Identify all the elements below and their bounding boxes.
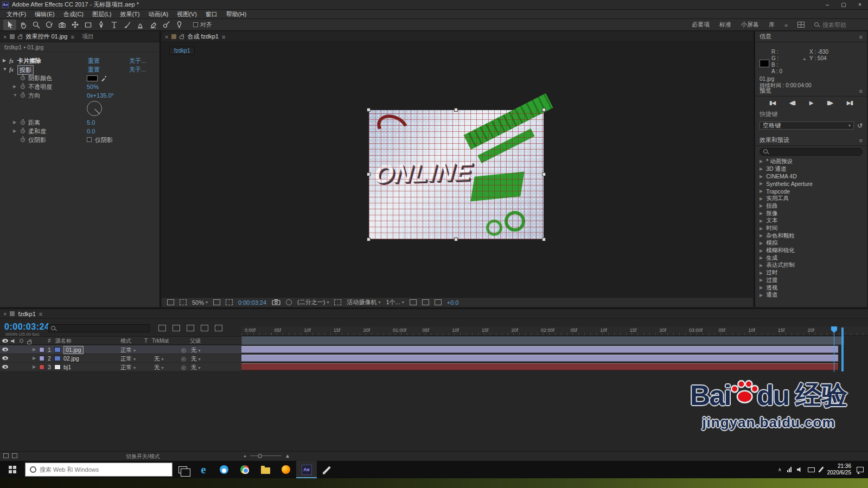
layer-expander-icon[interactable]: ▶ bbox=[33, 345, 36, 354]
parent-select[interactable]: 无▾ bbox=[191, 363, 201, 373]
preset-category[interactable]: ▶过时 bbox=[755, 269, 867, 277]
panel-close-icon[interactable]: × bbox=[3, 34, 7, 40]
workspace-grid-icon[interactable] bbox=[797, 22, 805, 28]
puppet-pin-tool[interactable] bbox=[173, 20, 186, 30]
qq-app-icon[interactable] bbox=[214, 461, 234, 478]
panel-menu-icon[interactable]: ≡ bbox=[222, 34, 225, 40]
start-button[interactable] bbox=[0, 461, 25, 478]
preset-category[interactable]: ▶Trapcode bbox=[755, 188, 867, 195]
fx-badge[interactable]: fx bbox=[9, 65, 14, 74]
hand-tool[interactable] bbox=[16, 20, 29, 30]
show-channels-icon[interactable] bbox=[286, 299, 292, 305]
stopwatch-icon[interactable] bbox=[21, 120, 25, 125]
selection-handle[interactable] bbox=[454, 108, 458, 112]
selection-handle[interactable] bbox=[542, 172, 546, 176]
selection-handle[interactable] bbox=[454, 237, 458, 241]
shadow-color-swatch[interactable] bbox=[87, 75, 98, 81]
mask-visibility-icon[interactable] bbox=[226, 299, 233, 305]
resolution-select[interactable]: (二分之一)▾ bbox=[297, 298, 329, 306]
time-ruler[interactable]: 0:00f05f10f15f20f01:00f05f10f15f20f02:00… bbox=[241, 326, 868, 336]
menu-item[interactable]: 窗口 bbox=[201, 10, 222, 18]
menu-item[interactable]: 合成(C) bbox=[59, 10, 88, 18]
edge-app-icon[interactable]: e bbox=[193, 461, 214, 478]
draft-3d-icon[interactable] bbox=[173, 325, 180, 331]
task-view-button[interactable] bbox=[173, 461, 193, 478]
tab-effect-controls[interactable]: 效果控件 01.jpg bbox=[25, 33, 67, 41]
pen-input-icon[interactable] bbox=[818, 466, 824, 472]
ruler-grid-icon[interactable] bbox=[213, 299, 220, 305]
menu-item[interactable]: 效果(T) bbox=[116, 10, 144, 18]
preset-category[interactable]: ▶透视 bbox=[755, 284, 867, 292]
tray-chevron-icon[interactable]: ∧ bbox=[778, 467, 782, 472]
layer-expander-icon[interactable]: ▶ bbox=[33, 354, 36, 363]
toggle-switches-modes-button[interactable]: 切换开关/模式 bbox=[126, 453, 160, 460]
preset-category[interactable]: ▶扭曲 bbox=[755, 202, 867, 210]
selection-handle[interactable] bbox=[367, 108, 371, 112]
timeline-comp-tab[interactable]: fzdkp1 bbox=[18, 311, 35, 317]
layer-label-chip[interactable] bbox=[39, 347, 44, 352]
panel-menu-icon[interactable]: ≡ bbox=[859, 88, 863, 94]
layer-duration-bar[interactable] bbox=[241, 346, 838, 353]
expander-icon[interactable]: ▶ bbox=[13, 118, 16, 127]
type-tool[interactable] bbox=[107, 20, 120, 30]
preset-category[interactable]: ▶抠像 bbox=[755, 210, 867, 217]
panel-menu-icon[interactable]: ≡ bbox=[39, 311, 42, 317]
layer-name[interactable]: 01.jpg bbox=[63, 346, 84, 354]
composition-flowchart-icon[interactable] bbox=[158, 325, 166, 331]
distance-value[interactable]: 5.0 bbox=[87, 118, 95, 127]
menu-item[interactable]: 帮助(H) bbox=[222, 10, 251, 18]
graph-editor-icon[interactable] bbox=[215, 325, 222, 331]
panel-close-icon[interactable]: × bbox=[3, 311, 7, 317]
layer-duration-bar[interactable] bbox=[241, 363, 838, 370]
timeline-search[interactable] bbox=[48, 324, 150, 332]
clone-stamp-tool[interactable] bbox=[133, 20, 146, 30]
active-camera-select[interactable]: 活动摄像机▾ bbox=[347, 298, 380, 306]
layer-row-01.jpg[interactable]: ▶ 1 01.jpg 正常▾ ◎ 无▾ bbox=[0, 345, 241, 354]
softness-value[interactable]: 0.0 bbox=[87, 127, 95, 136]
layer-label-chip[interactable] bbox=[39, 356, 44, 361]
preset-category[interactable]: ▶Synthetic Aperture bbox=[755, 180, 867, 188]
motion-blur-icon[interactable] bbox=[201, 325, 208, 331]
lock-icon[interactable] bbox=[180, 36, 184, 39]
expand-layers-icon[interactable] bbox=[3, 453, 9, 458]
layer-duration-bar[interactable] bbox=[241, 355, 838, 362]
timeline-search-input[interactable] bbox=[59, 325, 141, 331]
zoom-tool[interactable] bbox=[29, 20, 42, 30]
chrome-app-icon[interactable] bbox=[234, 461, 255, 478]
pixel-aspect-icon[interactable] bbox=[410, 299, 417, 305]
effect-row-card-wipe[interactable]: ▶ fx 卡片擦除 重置 关于... bbox=[0, 56, 159, 65]
pickwhip-icon[interactable]: ◎ bbox=[181, 363, 186, 371]
preset-category[interactable]: ▶模糊和锐化 bbox=[755, 247, 867, 254]
exposure-value[interactable]: +0.0 bbox=[447, 299, 459, 306]
selection-handle[interactable] bbox=[367, 237, 371, 241]
direction-dial[interactable] bbox=[0, 100, 159, 118]
roto-brush-tool[interactable] bbox=[159, 20, 173, 30]
about-link[interactable]: 关于... bbox=[129, 56, 146, 65]
shape-tool[interactable] bbox=[81, 20, 94, 30]
menu-item[interactable]: 编辑(E) bbox=[30, 10, 59, 18]
selection-handle[interactable] bbox=[542, 108, 546, 112]
stopwatch-icon[interactable] bbox=[21, 138, 25, 142]
workspace-tab[interactable]: 标准 bbox=[719, 21, 731, 29]
visibility-eye-icon[interactable] bbox=[2, 356, 8, 360]
panel-close-icon[interactable]: × bbox=[165, 34, 168, 40]
zoom-in-icon[interactable]: ▲ bbox=[285, 453, 290, 459]
menu-item[interactable]: 图层(L) bbox=[88, 10, 116, 18]
comp-image-layer[interactable]: ONLINE bbox=[369, 110, 544, 239]
tab-composition[interactable]: 合成 fzdkp1 bbox=[187, 33, 218, 41]
preset-category[interactable]: ▶杂色和颗粒 bbox=[755, 232, 867, 240]
lock-icon[interactable] bbox=[18, 36, 22, 39]
blend-mode-select[interactable]: 正常▾ bbox=[120, 363, 136, 373]
view-layout-select[interactable]: 1个...▾ bbox=[386, 298, 404, 306]
preset-category[interactable]: ▶实用工具 bbox=[755, 195, 867, 202]
workspace-tab[interactable]: 小屏幕 bbox=[741, 21, 759, 29]
help-search[interactable] bbox=[814, 22, 860, 28]
prev-frame-button[interactable]: ◀▮ bbox=[789, 100, 795, 106]
composition-viewer[interactable]: fzdkp1 ONLINE bbox=[162, 42, 753, 297]
zoom-out-icon[interactable]: ▲ bbox=[243, 454, 247, 458]
snap-toggle[interactable]: 对齐 bbox=[193, 21, 212, 29]
keyboard-icon[interactable] bbox=[808, 467, 815, 472]
viewer-comp-tab[interactable]: fzdkp1 bbox=[169, 47, 195, 55]
expander-icon[interactable]: ▶ bbox=[13, 127, 16, 136]
layer-expander-icon[interactable]: ▶ bbox=[33, 363, 36, 371]
